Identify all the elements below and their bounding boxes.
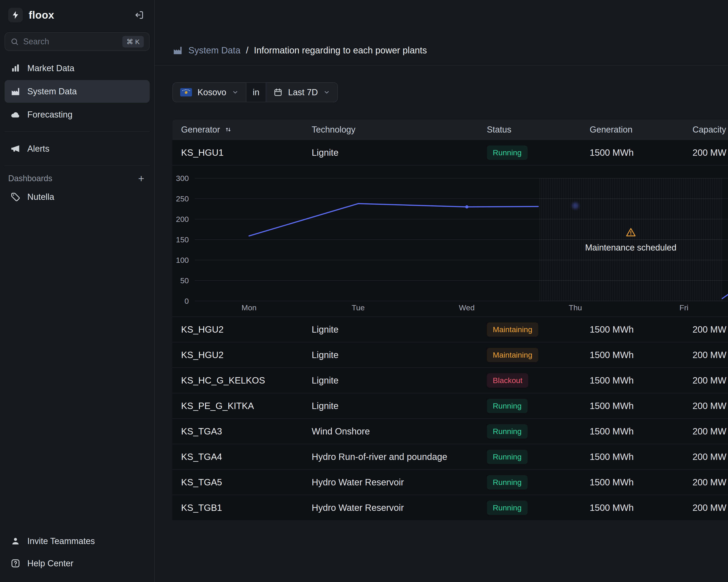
table-body: KS_HGU1 Lignite Running 1500 MWh 200 MW … bbox=[173, 140, 728, 520]
generation-cell: 1500 MWh bbox=[590, 426, 693, 437]
chart-y-axis: 050100150200250300 bbox=[173, 178, 189, 301]
country-select[interactable]: Kosovo bbox=[173, 83, 246, 102]
y-tick-label: 150 bbox=[176, 235, 189, 244]
y-tick-label: 300 bbox=[176, 174, 189, 183]
dashboards-section-header: Dashboards + bbox=[0, 171, 154, 186]
sidebar-item-alerts[interactable]: Alerts bbox=[4, 137, 150, 160]
column-header-technology[interactable]: Technology bbox=[312, 125, 487, 135]
factory-icon bbox=[10, 86, 21, 96]
help-icon bbox=[10, 558, 21, 569]
search-shortcut: ⌘ K bbox=[122, 36, 144, 48]
generator-cell: KS_TGA5 bbox=[173, 477, 312, 488]
invite-teammates-button[interactable]: Invite Teammates bbox=[4, 530, 150, 552]
capacity-cell: 200 MW bbox=[693, 350, 728, 360]
column-header-generator[interactable]: Generator bbox=[173, 125, 312, 135]
sidebar-divider bbox=[4, 166, 150, 166]
table-row[interactable]: KS_HGU2 Lignite Maintaining 1500 MWh 200… bbox=[173, 342, 728, 367]
technology-cell: Lignite bbox=[312, 147, 487, 158]
sidebar-item-label: Alerts bbox=[27, 144, 49, 154]
megaphone-icon bbox=[10, 144, 21, 154]
status-badge: Running bbox=[487, 424, 527, 439]
timerange-select-value: Last 7D bbox=[288, 87, 318, 97]
generator-cell: KS_HGU2 bbox=[173, 325, 312, 335]
sidebar-nav: Market Data System Data Forecasting bbox=[0, 57, 154, 126]
filter-joiner: in bbox=[246, 83, 266, 102]
status-cell: Running bbox=[487, 475, 590, 490]
generators-table: Generator Technology Status Generation C… bbox=[173, 119, 728, 520]
breadcrumb-separator: / bbox=[246, 45, 249, 55]
x-tick-label: Fri bbox=[679, 303, 688, 312]
status-badge: Maintaining bbox=[487, 348, 538, 362]
sidebar: floox ⌘ K Market Data Syste bbox=[0, 0, 155, 582]
cloud-icon bbox=[10, 110, 21, 119]
column-header-generation[interactable]: Generation bbox=[590, 125, 693, 135]
bar-chart-icon bbox=[10, 63, 21, 73]
status-badge: Running bbox=[487, 501, 527, 515]
main-area: System Data / Information regarding to e… bbox=[155, 0, 728, 582]
tag-icon bbox=[10, 192, 21, 202]
chart-plot: Maintenance scheduled MonTueWedThuFri bbox=[195, 178, 728, 301]
table-row[interactable]: KS_PE_G_KITKA Lignite Running 1500 MWh 2… bbox=[173, 393, 728, 418]
status-badge: Running bbox=[487, 450, 527, 464]
capacity-cell: 200 MW bbox=[693, 452, 728, 462]
generator-cell: KS_HGU1 bbox=[173, 147, 312, 158]
footer-item-label: Invite Teammates bbox=[27, 536, 95, 546]
technology-cell: Wind Onshore bbox=[312, 426, 487, 437]
factory-icon bbox=[173, 45, 183, 55]
capacity-cell: 200 MW bbox=[693, 426, 728, 437]
table-row[interactable]: KS_TGA5 Hydro Water Reservoir Running 15… bbox=[173, 469, 728, 495]
chevron-down-icon bbox=[232, 89, 239, 96]
sidebar-item-system-data[interactable]: System Data bbox=[4, 80, 150, 103]
table-row[interactable]: KS_HGU1 Lignite Running 1500 MWh 200 MW bbox=[173, 140, 728, 165]
search-input-wrap[interactable]: ⌘ K bbox=[4, 32, 150, 51]
table-row[interactable]: KS_TGA4 Hydro Run-of-river and poundage … bbox=[173, 444, 728, 469]
generator-cell: KS_HC_G_KELKOS bbox=[173, 375, 312, 386]
capacity-cell: 200 MW bbox=[693, 477, 728, 488]
country-select-value: Kosovo bbox=[198, 87, 226, 97]
status-cell: Maintaining bbox=[487, 322, 590, 337]
sidebar-item-label: Market Data bbox=[27, 63, 74, 73]
x-tick-label: Thu bbox=[569, 303, 582, 312]
collapse-sidebar-button[interactable] bbox=[133, 9, 145, 21]
warning-icon bbox=[625, 227, 636, 238]
person-icon bbox=[10, 536, 21, 546]
bolt-icon bbox=[11, 10, 20, 20]
generation-cell: 1500 MWh bbox=[590, 325, 693, 335]
capacity-cell: 200 MW bbox=[693, 147, 728, 158]
table-row[interactable]: KS_HGU2 Lignite Maintaining 1500 MWh 200… bbox=[173, 316, 728, 342]
column-header-capacity[interactable]: Capacity bbox=[693, 125, 728, 135]
chart-x-axis: MonTueWedThuFri bbox=[195, 303, 728, 315]
breadcrumb-section[interactable]: System Data bbox=[188, 45, 240, 55]
timerange-select[interactable]: Last 7D bbox=[266, 83, 337, 102]
chevron-down-icon bbox=[323, 89, 330, 96]
table-row[interactable]: KS_TGB1 Hydro Water Reservoir Running 15… bbox=[173, 495, 728, 520]
table-row[interactable]: KS_TGA3 Wind Onshore Running 1500 MWh 20… bbox=[173, 418, 728, 444]
sidebar-item-label: Nutella bbox=[27, 192, 54, 202]
search-input[interactable] bbox=[23, 37, 118, 46]
technology-cell: Lignite bbox=[312, 325, 487, 335]
y-tick-label: 50 bbox=[180, 276, 189, 285]
filter-bar: Kosovo in Last 7D bbox=[173, 82, 728, 102]
table-row[interactable]: KS_HC_G_KELKOS Lignite Blackout 1500 MWh… bbox=[173, 367, 728, 393]
technology-cell: Hydro Water Reservoir bbox=[312, 477, 487, 488]
status-badge: Running bbox=[487, 145, 527, 160]
sidebar-item-forecasting[interactable]: Forecasting bbox=[4, 103, 150, 126]
sidebar-item-label: Forecasting bbox=[27, 110, 73, 119]
collapse-sidebar-icon bbox=[134, 10, 144, 20]
maintenance-region: Maintenance scheduled bbox=[539, 178, 722, 301]
y-tick-label: 250 bbox=[176, 194, 189, 203]
generator-cell: KS_TGA3 bbox=[173, 426, 312, 437]
add-dashboard-button[interactable]: + bbox=[138, 173, 144, 184]
technology-cell: Hydro Water Reservoir bbox=[312, 503, 487, 513]
sidebar-item-label: System Data bbox=[27, 87, 77, 96]
column-header-status[interactable]: Status bbox=[487, 125, 590, 135]
sidebar-item-dashboard-nutella[interactable]: Nutella bbox=[4, 186, 150, 208]
calendar-icon bbox=[274, 88, 283, 97]
y-tick-label: 100 bbox=[176, 256, 189, 265]
status-badge: Maintaining bbox=[487, 322, 538, 337]
column-header-label: Generator bbox=[181, 125, 220, 135]
sidebar-item-market-data[interactable]: Market Data bbox=[4, 57, 150, 80]
help-center-button[interactable]: Help Center bbox=[4, 552, 150, 574]
sort-icon[interactable] bbox=[225, 126, 232, 133]
status-cell: Running bbox=[487, 501, 590, 515]
